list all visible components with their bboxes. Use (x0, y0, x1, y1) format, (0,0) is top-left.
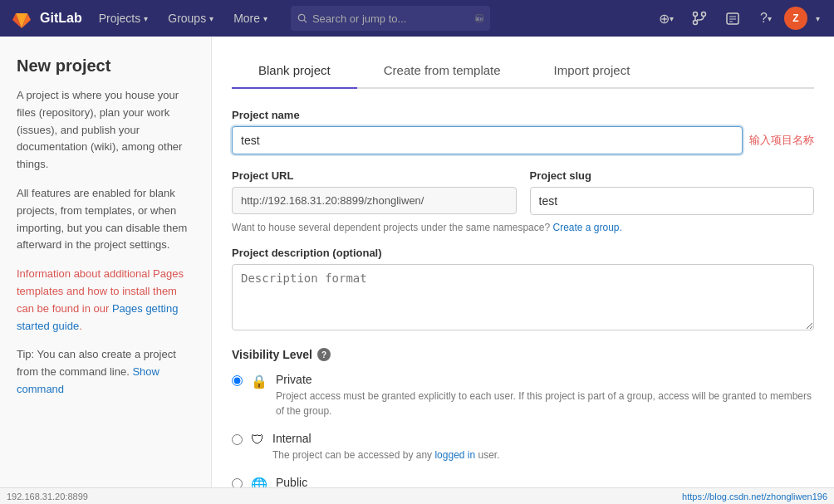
project-name-group: Project name 输入项目名称 (232, 109, 814, 154)
sidebar-desc1: A project is where you house your files … (17, 87, 194, 174)
description-label: Project description (optional) (232, 247, 814, 259)
visibility-private-radio[interactable] (232, 375, 243, 386)
svg-point-0 (298, 14, 305, 21)
status-left: 192.168.31.20:8899 (7, 492, 88, 502)
project-name-wrapper: 输入项目名称 (232, 126, 814, 154)
svg-text:⌘K: ⌘K (475, 17, 483, 22)
visibility-help-icon[interactable]: ? (317, 348, 331, 361)
svg-point-4 (694, 12, 698, 17)
tabs: Blank project Create from template Impor… (232, 53, 814, 89)
sidebar: New project A project is where you house… (0, 37, 212, 504)
search-input[interactable] (312, 12, 470, 25)
nav-projects[interactable]: Projects ▾ (89, 0, 159, 37)
private-label: Private (276, 373, 814, 386)
navbar: GitLab Projects ▾ Groups ▾ More ▾ ⌘K ⊕ ▾ (0, 0, 834, 37)
search-kbd-icon: ⌘K (475, 13, 483, 23)
avatar-chevron-icon[interactable]: ▾ (811, 3, 824, 33)
project-slug-label: Project slug (530, 169, 815, 182)
main-content: Blank project Create from template Impor… (212, 37, 834, 504)
project-name-input[interactable] (232, 126, 743, 154)
internal-label: Internal (272, 432, 500, 445)
help-icon[interactable]: ? ▾ (751, 3, 781, 33)
projects-chevron-icon: ▾ (144, 14, 148, 23)
page-container: New project A project is where you house… (0, 37, 834, 504)
project-slug-group: Project slug (530, 169, 815, 215)
visibility-title: Visibility Level ? (232, 348, 814, 361)
nav-more[interactable]: More ▾ (223, 0, 277, 37)
sidebar-info: Information about additional Pages templ… (17, 266, 194, 335)
gitlab-logo-icon (10, 7, 33, 30)
private-desc: Project access must be granted explicitl… (276, 389, 814, 418)
tab-import[interactable]: Import project (527, 53, 657, 89)
visibility-internal: 🛡 Internal The project can be accessed b… (232, 432, 814, 462)
avatar[interactable]: Z (784, 7, 807, 30)
visibility-private: 🔒 Private Project access must be granted… (232, 373, 814, 418)
status-bar: 192.168.31.20:8899 https://blog.csdn.net… (0, 487, 834, 504)
project-name-placeholder-text: 输入项目名称 (749, 133, 814, 148)
svg-line-1 (304, 20, 307, 22)
project-url-label: Project URL (232, 169, 517, 182)
search-bar[interactable]: ⌘K (291, 6, 490, 31)
new-item-chevron-icon: ▾ (670, 14, 674, 23)
page-title: New project (17, 56, 194, 76)
brand-logo[interactable]: GitLab (10, 7, 82, 30)
description-group: Project description (optional) (232, 247, 814, 333)
brand-text: GitLab (40, 11, 82, 26)
new-item-button[interactable]: ⊕ ▾ (651, 3, 681, 33)
merge-requests-icon[interactable] (684, 3, 714, 33)
shield-icon: 🛡 (251, 433, 264, 448)
svg-point-6 (694, 21, 698, 25)
namespace-help: Want to house several dependent projects… (232, 222, 814, 233)
csdn-link[interactable]: https://blog.csdn.net/zhongliwen196 (682, 492, 827, 502)
visibility-section: Visibility Level ? 🔒 Private Project acc… (232, 348, 814, 504)
groups-chevron-icon: ▾ (209, 14, 213, 23)
tab-template[interactable]: Create from template (357, 53, 527, 89)
project-url-display: http://192.168.31.20:8899/zhongliwen/ (232, 187, 517, 214)
lock-icon: 🔒 (251, 374, 267, 389)
project-name-label: Project name (232, 109, 814, 121)
search-icon (297, 12, 307, 24)
help-chevron-icon: ▾ (768, 14, 772, 23)
visibility-internal-radio[interactable] (232, 434, 243, 445)
sidebar-desc2: All features are enabled for blank proje… (17, 185, 194, 254)
navbar-right: ⊕ ▾ ? ▾ Z ▾ (651, 3, 824, 33)
internal-desc: The project can be accessed by any logge… (272, 448, 500, 462)
create-group-link[interactable]: Create a group. (552, 222, 621, 233)
sidebar-tip: Tip: You can also create a project from … (17, 346, 194, 398)
issues-icon[interactable] (718, 3, 748, 33)
more-chevron-icon: ▾ (263, 14, 267, 23)
status-right: https://blog.csdn.net/zhongliwen196 (682, 492, 827, 502)
tab-blank[interactable]: Blank project (232, 53, 357, 89)
nav-groups[interactable]: Groups ▾ (158, 0, 223, 37)
svg-point-5 (702, 12, 706, 17)
description-textarea[interactable] (232, 264, 814, 330)
project-url-group: Project URL http://192.168.31.20:8899/zh… (232, 169, 517, 215)
project-slug-input[interactable] (530, 187, 815, 215)
logged-in-link[interactable]: logged in (434, 449, 475, 461)
